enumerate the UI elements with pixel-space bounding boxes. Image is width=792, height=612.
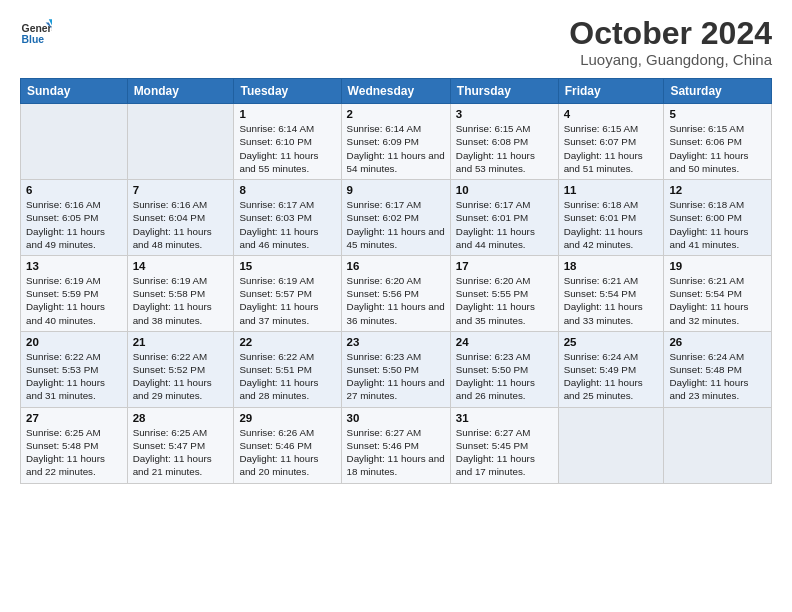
day-info: Sunrise: 6:21 AM Sunset: 5:54 PM Dayligh… bbox=[669, 274, 766, 327]
day-cell: 12Sunrise: 6:18 AM Sunset: 6:00 PM Dayli… bbox=[664, 180, 772, 256]
day-cell bbox=[127, 104, 234, 180]
day-cell: 7Sunrise: 6:16 AM Sunset: 6:04 PM Daylig… bbox=[127, 180, 234, 256]
title-block: October 2024 Luoyang, Guangdong, China bbox=[569, 16, 772, 68]
day-number: 13 bbox=[26, 260, 122, 272]
day-cell: 2Sunrise: 6:14 AM Sunset: 6:09 PM Daylig… bbox=[341, 104, 450, 180]
day-cell: 25Sunrise: 6:24 AM Sunset: 5:49 PM Dayli… bbox=[558, 331, 664, 407]
day-info: Sunrise: 6:19 AM Sunset: 5:59 PM Dayligh… bbox=[26, 274, 122, 327]
week-row-2: 6Sunrise: 6:16 AM Sunset: 6:05 PM Daylig… bbox=[21, 180, 772, 256]
weekday-header-saturday: Saturday bbox=[664, 79, 772, 104]
day-number: 7 bbox=[133, 184, 229, 196]
day-info: Sunrise: 6:15 AM Sunset: 6:07 PM Dayligh… bbox=[564, 122, 659, 175]
day-info: Sunrise: 6:14 AM Sunset: 6:09 PM Dayligh… bbox=[347, 122, 445, 175]
day-cell: 16Sunrise: 6:20 AM Sunset: 5:56 PM Dayli… bbox=[341, 255, 450, 331]
week-row-4: 20Sunrise: 6:22 AM Sunset: 5:53 PM Dayli… bbox=[21, 331, 772, 407]
day-number: 3 bbox=[456, 108, 553, 120]
week-row-5: 27Sunrise: 6:25 AM Sunset: 5:48 PM Dayli… bbox=[21, 407, 772, 483]
day-cell bbox=[664, 407, 772, 483]
day-number: 25 bbox=[564, 336, 659, 348]
day-cell: 5Sunrise: 6:15 AM Sunset: 6:06 PM Daylig… bbox=[664, 104, 772, 180]
day-info: Sunrise: 6:27 AM Sunset: 5:45 PM Dayligh… bbox=[456, 426, 553, 479]
week-row-3: 13Sunrise: 6:19 AM Sunset: 5:59 PM Dayli… bbox=[21, 255, 772, 331]
day-number: 26 bbox=[669, 336, 766, 348]
day-info: Sunrise: 6:22 AM Sunset: 5:51 PM Dayligh… bbox=[239, 350, 335, 403]
day-info: Sunrise: 6:18 AM Sunset: 6:00 PM Dayligh… bbox=[669, 198, 766, 251]
calendar-table: SundayMondayTuesdayWednesdayThursdayFrid… bbox=[20, 78, 772, 483]
day-cell: 4Sunrise: 6:15 AM Sunset: 6:07 PM Daylig… bbox=[558, 104, 664, 180]
week-row-1: 1Sunrise: 6:14 AM Sunset: 6:10 PM Daylig… bbox=[21, 104, 772, 180]
day-number: 15 bbox=[239, 260, 335, 272]
month-title: October 2024 bbox=[569, 16, 772, 51]
day-info: Sunrise: 6:27 AM Sunset: 5:46 PM Dayligh… bbox=[347, 426, 445, 479]
day-info: Sunrise: 6:15 AM Sunset: 6:06 PM Dayligh… bbox=[669, 122, 766, 175]
day-info: Sunrise: 6:24 AM Sunset: 5:49 PM Dayligh… bbox=[564, 350, 659, 403]
day-info: Sunrise: 6:17 AM Sunset: 6:01 PM Dayligh… bbox=[456, 198, 553, 251]
day-cell: 29Sunrise: 6:26 AM Sunset: 5:46 PM Dayli… bbox=[234, 407, 341, 483]
day-info: Sunrise: 6:22 AM Sunset: 5:53 PM Dayligh… bbox=[26, 350, 122, 403]
day-number: 23 bbox=[347, 336, 445, 348]
weekday-header-thursday: Thursday bbox=[450, 79, 558, 104]
day-number: 28 bbox=[133, 412, 229, 424]
day-cell bbox=[21, 104, 128, 180]
day-cell: 17Sunrise: 6:20 AM Sunset: 5:55 PM Dayli… bbox=[450, 255, 558, 331]
page: General Blue October 2024 Luoyang, Guang… bbox=[0, 0, 792, 612]
day-number: 16 bbox=[347, 260, 445, 272]
day-info: Sunrise: 6:18 AM Sunset: 6:01 PM Dayligh… bbox=[564, 198, 659, 251]
day-number: 5 bbox=[669, 108, 766, 120]
day-cell: 24Sunrise: 6:23 AM Sunset: 5:50 PM Dayli… bbox=[450, 331, 558, 407]
day-number: 27 bbox=[26, 412, 122, 424]
day-info: Sunrise: 6:26 AM Sunset: 5:46 PM Dayligh… bbox=[239, 426, 335, 479]
logo: General Blue bbox=[20, 16, 52, 48]
day-cell: 28Sunrise: 6:25 AM Sunset: 5:47 PM Dayli… bbox=[127, 407, 234, 483]
day-info: Sunrise: 6:21 AM Sunset: 5:54 PM Dayligh… bbox=[564, 274, 659, 327]
day-cell: 20Sunrise: 6:22 AM Sunset: 5:53 PM Dayli… bbox=[21, 331, 128, 407]
day-cell: 3Sunrise: 6:15 AM Sunset: 6:08 PM Daylig… bbox=[450, 104, 558, 180]
day-info: Sunrise: 6:22 AM Sunset: 5:52 PM Dayligh… bbox=[133, 350, 229, 403]
logo-icon: General Blue bbox=[20, 16, 52, 48]
day-info: Sunrise: 6:24 AM Sunset: 5:48 PM Dayligh… bbox=[669, 350, 766, 403]
day-info: Sunrise: 6:20 AM Sunset: 5:55 PM Dayligh… bbox=[456, 274, 553, 327]
day-number: 1 bbox=[239, 108, 335, 120]
weekday-header-sunday: Sunday bbox=[21, 79, 128, 104]
day-info: Sunrise: 6:23 AM Sunset: 5:50 PM Dayligh… bbox=[456, 350, 553, 403]
day-cell: 14Sunrise: 6:19 AM Sunset: 5:58 PM Dayli… bbox=[127, 255, 234, 331]
day-cell: 9Sunrise: 6:17 AM Sunset: 6:02 PM Daylig… bbox=[341, 180, 450, 256]
day-number: 12 bbox=[669, 184, 766, 196]
day-number: 14 bbox=[133, 260, 229, 272]
day-number: 9 bbox=[347, 184, 445, 196]
svg-text:Blue: Blue bbox=[22, 34, 45, 45]
weekday-header-friday: Friday bbox=[558, 79, 664, 104]
day-info: Sunrise: 6:25 AM Sunset: 5:48 PM Dayligh… bbox=[26, 426, 122, 479]
day-number: 20 bbox=[26, 336, 122, 348]
day-number: 4 bbox=[564, 108, 659, 120]
day-number: 6 bbox=[26, 184, 122, 196]
day-cell: 26Sunrise: 6:24 AM Sunset: 5:48 PM Dayli… bbox=[664, 331, 772, 407]
day-info: Sunrise: 6:23 AM Sunset: 5:50 PM Dayligh… bbox=[347, 350, 445, 403]
day-info: Sunrise: 6:16 AM Sunset: 6:04 PM Dayligh… bbox=[133, 198, 229, 251]
day-number: 22 bbox=[239, 336, 335, 348]
day-info: Sunrise: 6:25 AM Sunset: 5:47 PM Dayligh… bbox=[133, 426, 229, 479]
location: Luoyang, Guangdong, China bbox=[569, 51, 772, 68]
day-info: Sunrise: 6:14 AM Sunset: 6:10 PM Dayligh… bbox=[239, 122, 335, 175]
day-number: 17 bbox=[456, 260, 553, 272]
svg-text:General: General bbox=[22, 23, 52, 34]
day-cell: 18Sunrise: 6:21 AM Sunset: 5:54 PM Dayli… bbox=[558, 255, 664, 331]
day-number: 30 bbox=[347, 412, 445, 424]
day-cell: 23Sunrise: 6:23 AM Sunset: 5:50 PM Dayli… bbox=[341, 331, 450, 407]
day-number: 21 bbox=[133, 336, 229, 348]
header: General Blue October 2024 Luoyang, Guang… bbox=[20, 16, 772, 68]
day-info: Sunrise: 6:19 AM Sunset: 5:58 PM Dayligh… bbox=[133, 274, 229, 327]
weekday-header-row: SundayMondayTuesdayWednesdayThursdayFrid… bbox=[21, 79, 772, 104]
weekday-header-wednesday: Wednesday bbox=[341, 79, 450, 104]
weekday-header-monday: Monday bbox=[127, 79, 234, 104]
day-number: 11 bbox=[564, 184, 659, 196]
day-cell: 11Sunrise: 6:18 AM Sunset: 6:01 PM Dayli… bbox=[558, 180, 664, 256]
day-number: 31 bbox=[456, 412, 553, 424]
day-cell: 27Sunrise: 6:25 AM Sunset: 5:48 PM Dayli… bbox=[21, 407, 128, 483]
day-cell bbox=[558, 407, 664, 483]
day-cell: 13Sunrise: 6:19 AM Sunset: 5:59 PM Dayli… bbox=[21, 255, 128, 331]
day-cell: 19Sunrise: 6:21 AM Sunset: 5:54 PM Dayli… bbox=[664, 255, 772, 331]
day-cell: 22Sunrise: 6:22 AM Sunset: 5:51 PM Dayli… bbox=[234, 331, 341, 407]
day-cell: 6Sunrise: 6:16 AM Sunset: 6:05 PM Daylig… bbox=[21, 180, 128, 256]
day-cell: 10Sunrise: 6:17 AM Sunset: 6:01 PM Dayli… bbox=[450, 180, 558, 256]
